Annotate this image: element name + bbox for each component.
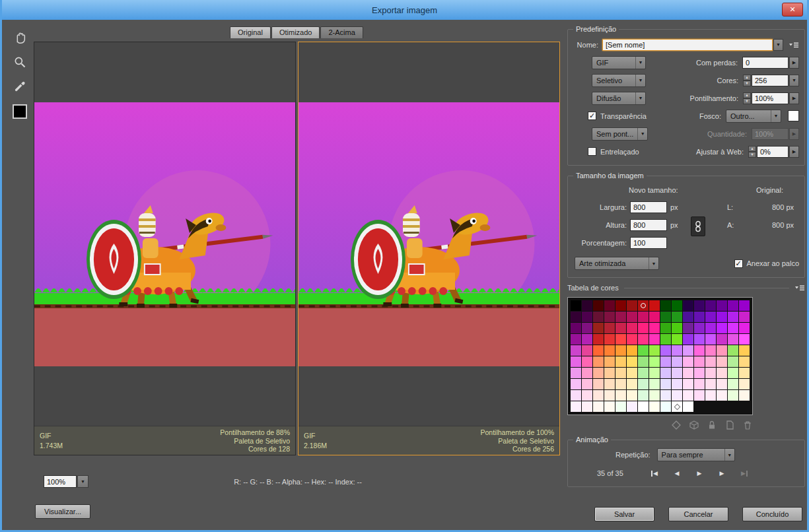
matte-color-swatch[interactable] (13, 104, 27, 119)
zoom-level-select[interactable]: 100% ▼ (44, 475, 88, 488)
web-shift-icon[interactable] (671, 420, 682, 430)
color-swatch[interactable] (694, 379, 705, 389)
color-swatch[interactable] (739, 312, 750, 322)
color-swatch[interactable] (728, 356, 738, 367)
preview-pane-original[interactable]: GIF 1.743M Pontilhamento de 88% Paleta d… (34, 42, 296, 455)
color-swatch[interactable] (638, 300, 649, 311)
color-swatch[interactable] (694, 356, 705, 367)
height-field[interactable]: 800 (630, 219, 667, 231)
color-swatch[interactable] (638, 368, 649, 378)
color-swatch[interactable] (728, 368, 738, 378)
percent-field[interactable]: 100 (630, 237, 667, 249)
color-swatch[interactable] (649, 401, 660, 412)
color-swatch[interactable] (571, 334, 581, 345)
color-swatch[interactable] (728, 300, 738, 311)
color-swatch[interactable] (593, 334, 604, 345)
tab-original[interactable]: Original (230, 26, 271, 38)
color-swatch[interactable] (582, 323, 592, 333)
preset-menu-icon[interactable] (789, 41, 799, 49)
color-swatch[interactable] (571, 401, 581, 412)
color-swatch[interactable] (593, 345, 604, 356)
color-swatch[interactable] (672, 345, 682, 356)
lossy-field[interactable]: 0 (742, 57, 789, 69)
color-swatch[interactable] (739, 390, 750, 401)
color-swatch[interactable] (627, 356, 637, 367)
color-swatch[interactable] (705, 334, 716, 345)
color-swatch[interactable] (616, 312, 626, 322)
color-swatch[interactable] (649, 356, 660, 367)
color-swatch[interactable] (604, 323, 615, 333)
color-swatch[interactable] (660, 368, 671, 378)
color-swatch[interactable] (604, 312, 615, 322)
color-swatch[interactable] (660, 345, 671, 356)
color-swatch[interactable] (593, 323, 604, 333)
color-swatch[interactable] (672, 401, 682, 412)
color-swatch[interactable] (728, 379, 738, 389)
color-swatch[interactable] (582, 312, 592, 322)
color-swatch[interactable] (739, 379, 750, 389)
tab-otimizado[interactable]: Otimizado (271, 26, 320, 38)
color-swatch[interactable] (582, 390, 592, 401)
color-swatch[interactable] (616, 390, 626, 401)
color-swatch[interactable] (582, 345, 592, 356)
color-swatch[interactable] (649, 312, 660, 322)
color-swatch[interactable] (728, 312, 738, 322)
color-swatch[interactable] (717, 345, 727, 356)
color-swatch[interactable] (728, 345, 738, 356)
hand-tool[interactable] (10, 28, 30, 48)
color-swatch[interactable] (739, 368, 750, 378)
color-swatch[interactable] (582, 300, 592, 311)
color-swatch[interactable] (694, 300, 705, 311)
color-swatch[interactable] (683, 323, 693, 333)
done-button[interactable]: Concluído (742, 507, 802, 521)
color-swatch[interactable] (593, 356, 604, 367)
color-swatch[interactable] (616, 334, 626, 345)
web-snap-stepper[interactable]: ▲▼ (748, 146, 756, 158)
chevron-down-icon[interactable]: ▼ (773, 39, 783, 51)
color-swatch[interactable] (672, 323, 682, 333)
color-swatch[interactable] (739, 345, 750, 356)
color-swatch[interactable] (739, 356, 750, 367)
color-swatch[interactable] (717, 300, 727, 311)
color-swatch[interactable] (604, 390, 615, 401)
color-swatch[interactable] (649, 368, 660, 378)
slider-popup-icon[interactable]: ▶ (789, 92, 799, 104)
color-swatch[interactable] (571, 390, 581, 401)
color-swatch[interactable] (660, 323, 671, 333)
color-swatch[interactable] (649, 345, 660, 356)
interlaced-checkbox[interactable]: ✓ (588, 147, 596, 156)
color-swatch[interactable] (649, 379, 660, 389)
color-swatch[interactable] (694, 312, 705, 322)
color-swatch[interactable] (683, 345, 693, 356)
color-swatch[interactable] (616, 379, 626, 389)
color-swatch[interactable] (649, 390, 660, 401)
color-swatch[interactable] (627, 323, 637, 333)
color-swatch[interactable] (672, 312, 682, 322)
color-swatch[interactable] (728, 334, 738, 345)
color-swatch[interactable] (616, 345, 626, 356)
color-swatch[interactable] (582, 379, 592, 389)
delete-color-icon[interactable] (742, 420, 753, 430)
color-swatch[interactable] (627, 334, 637, 345)
color-swatch[interactable] (604, 379, 615, 389)
color-swatch[interactable] (672, 379, 682, 389)
color-swatch[interactable] (717, 379, 727, 389)
color-swatch[interactable] (717, 334, 727, 345)
color-swatch[interactable] (717, 312, 727, 322)
preview-in-browser-button[interactable]: Visualizar... (35, 504, 90, 519)
color-swatch[interactable] (683, 390, 693, 401)
color-swatch[interactable] (582, 334, 592, 345)
color-swatch[interactable] (593, 368, 604, 378)
color-swatch[interactable] (616, 300, 626, 311)
width-field[interactable]: 800 (630, 201, 667, 213)
dither-method-select[interactable]: Difusão▼ (592, 92, 646, 105)
constrain-proportions-button[interactable] (691, 216, 705, 236)
zoom-tool[interactable] (10, 52, 30, 72)
preview-pane-optimized[interactable]: GIF 2.186M Pontilhamento de 100% Paleta … (298, 42, 560, 455)
color-reduction-select[interactable]: Seletivo▼ (592, 74, 646, 87)
color-swatch[interactable] (672, 300, 682, 311)
dither-field[interactable]: 100% (752, 92, 789, 104)
attach-to-stage-checkbox[interactable]: ✓ (734, 259, 743, 268)
lock-color-icon[interactable] (707, 420, 717, 430)
previous-frame-button[interactable]: ◀ (666, 470, 688, 477)
